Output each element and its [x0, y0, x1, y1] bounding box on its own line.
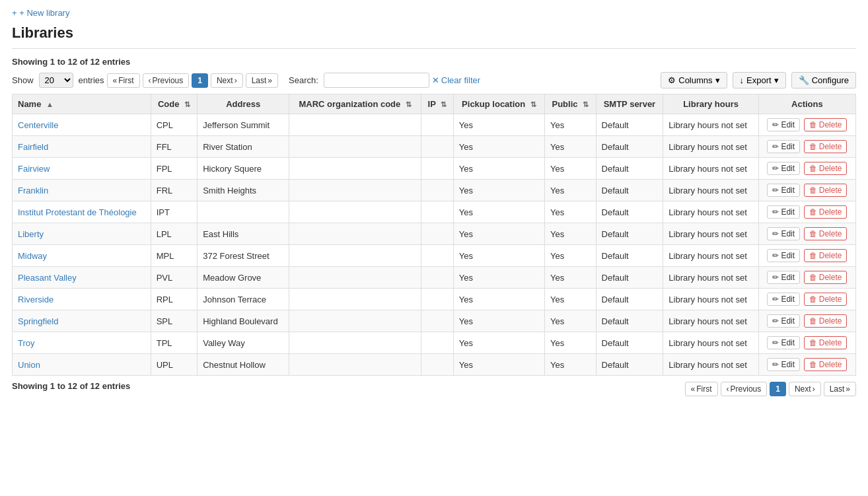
- download-icon: ↓: [740, 75, 744, 85]
- trash-icon-10: 🗑: [809, 338, 817, 347]
- delete-button-5[interactable]: 🗑 Delete: [804, 227, 848, 240]
- cell-pickup-10: Yes: [453, 332, 544, 354]
- cell-actions-0: ✏ Edit 🗑 Delete: [758, 114, 855, 136]
- cell-code-11: UPL: [151, 354, 197, 376]
- delete-button-8[interactable]: 🗑 Delete: [804, 293, 848, 306]
- pencil-icon-4: ✏: [772, 207, 779, 217]
- export-button[interactable]: ↓ Export ▾: [733, 72, 786, 89]
- cell-public-9: Yes: [545, 310, 596, 332]
- edit-button-6[interactable]: ✏ Edit: [767, 249, 800, 262]
- library-link-8[interactable]: Riverside: [18, 295, 54, 304]
- edit-button-8[interactable]: ✏ Edit: [767, 293, 800, 306]
- edit-button-1[interactable]: ✏ Edit: [767, 140, 800, 153]
- col-marc[interactable]: MARC organization code ⇅: [289, 94, 421, 114]
- edit-button-9[interactable]: ✏ Edit: [767, 314, 800, 328]
- first-button-bottom[interactable]: « First: [685, 382, 718, 396]
- edit-button-11[interactable]: ✏ Edit: [767, 358, 800, 371]
- cell-smtp-3: Default: [596, 180, 663, 201]
- next-button-top[interactable]: Next ›: [211, 73, 243, 88]
- cell-hours-8: Library hours not set: [663, 289, 758, 310]
- cell-address-0: Jefferson Summit: [198, 114, 289, 136]
- pencil-icon-1: ✏: [772, 142, 779, 151]
- edit-button-3[interactable]: ✏ Edit: [767, 184, 800, 197]
- new-library-link[interactable]: + + New library: [12, 8, 69, 18]
- cell-actions-11: ✏ Edit 🗑 Delete: [758, 354, 855, 376]
- delete-button-9[interactable]: 🗑 Delete: [804, 314, 848, 328]
- previous-button-top[interactable]: ‹ Previous: [143, 73, 190, 88]
- cell-public-4: Yes: [545, 201, 596, 223]
- cell-name-9: Springfield: [13, 310, 151, 332]
- library-link-5[interactable]: Liberty: [18, 229, 44, 239]
- cell-hours-11: Library hours not set: [663, 354, 758, 376]
- library-link-7[interactable]: Pleasant Valley: [18, 273, 77, 283]
- library-link-1[interactable]: Fairfield: [18, 142, 48, 152]
- col-ip[interactable]: IP ⇅: [421, 94, 454, 114]
- cell-name-0: Centerville: [13, 114, 151, 136]
- library-link-0[interactable]: Centerville: [18, 120, 58, 130]
- pencil-icon-3: ✏: [772, 186, 779, 195]
- page-1-button-top[interactable]: 1: [192, 73, 208, 88]
- cell-address-11: Chestnut Hollow: [198, 354, 289, 376]
- cell-smtp-1: Default: [596, 136, 663, 158]
- col-name[interactable]: Name ▲: [13, 94, 151, 114]
- clear-filter-button[interactable]: ✕ Clear filter: [432, 75, 480, 85]
- col-public[interactable]: Public ⇅: [545, 94, 596, 114]
- cell-actions-3: ✏ Edit 🗑 Delete: [758, 180, 855, 201]
- edit-button-4[interactable]: ✏ Edit: [767, 205, 800, 219]
- search-input[interactable]: [324, 73, 429, 88]
- cell-name-6: Midway: [13, 245, 151, 267]
- table-row: Union UPL Chestnut Hollow Yes Yes Defaul…: [13, 354, 856, 376]
- cell-address-9: Highland Boulevard: [198, 310, 289, 332]
- cell-ip-5: [421, 223, 454, 245]
- library-link-11[interactable]: Union: [18, 360, 40, 370]
- delete-button-6[interactable]: 🗑 Delete: [804, 249, 848, 262]
- last-button-top[interactable]: Last »: [246, 73, 278, 88]
- cell-hours-6: Library hours not set: [663, 245, 758, 267]
- next-button-bottom[interactable]: Next ›: [789, 382, 821, 396]
- last-button-bottom[interactable]: Last »: [824, 382, 856, 396]
- cell-actions-6: ✏ Edit 🗑 Delete: [758, 245, 855, 267]
- table-row: Fairfield FFL River Station Yes Yes Defa…: [13, 136, 856, 158]
- edit-button-5[interactable]: ✏ Edit: [767, 227, 800, 240]
- table-row: Riverside RPL Johnson Terrace Yes Yes De…: [13, 289, 856, 310]
- edit-button-0[interactable]: ✏ Edit: [767, 118, 800, 131]
- cell-code-1: FFL: [151, 136, 197, 158]
- configure-button[interactable]: 🔧 Configure: [791, 72, 856, 89]
- delete-button-2[interactable]: 🗑 Delete: [804, 162, 848, 175]
- cell-actions-10: ✏ Edit 🗑 Delete: [758, 332, 855, 354]
- col-code[interactable]: Code ⇅: [151, 94, 197, 114]
- library-link-9[interactable]: Springfield: [18, 316, 58, 326]
- edit-button-7[interactable]: ✏ Edit: [767, 271, 800, 284]
- delete-button-10[interactable]: 🗑 Delete: [804, 336, 848, 349]
- delete-button-11[interactable]: 🗑 Delete: [804, 358, 848, 371]
- library-link-10[interactable]: Troy: [18, 338, 35, 348]
- first-button-top[interactable]: « « First First: [107, 73, 140, 88]
- library-link-2[interactable]: Fairview: [18, 164, 50, 174]
- delete-button-1[interactable]: 🗑 Delete: [804, 140, 848, 153]
- cell-hours-0: Library hours not set: [663, 114, 758, 136]
- edit-button-10[interactable]: ✏ Edit: [767, 336, 800, 349]
- columns-button[interactable]: ⚙ Columns ▾: [661, 72, 727, 89]
- cell-pickup-6: Yes: [453, 245, 544, 267]
- edit-button-2[interactable]: ✏ Edit: [767, 162, 800, 175]
- cell-address-4: [198, 201, 289, 223]
- cell-marc-10: [289, 332, 421, 354]
- delete-button-4[interactable]: 🗑 Delete: [804, 205, 848, 219]
- previous-button-bottom[interactable]: ‹ Previous: [721, 382, 768, 396]
- library-link-3[interactable]: Franklin: [18, 186, 48, 195]
- page-1-button-bottom[interactable]: 1: [770, 382, 786, 396]
- cell-public-11: Yes: [545, 354, 596, 376]
- delete-button-3[interactable]: 🗑 Delete: [804, 184, 848, 197]
- pencil-icon-6: ✏: [772, 251, 779, 260]
- cell-smtp-8: Default: [596, 289, 663, 310]
- col-pickup[interactable]: Pickup location ⇅: [453, 94, 544, 114]
- cell-address-5: East Hills: [198, 223, 289, 245]
- delete-button-7[interactable]: 🗑 Delete: [804, 271, 848, 284]
- delete-button-0[interactable]: 🗑 Delete: [804, 118, 848, 131]
- show-select[interactable]: 10 20 50 100: [39, 73, 73, 88]
- library-link-6[interactable]: Midway: [18, 251, 47, 261]
- cell-ip-0: [421, 114, 454, 136]
- library-link-4[interactable]: Institut Protestant de Théologie: [18, 207, 137, 217]
- trash-icon-8: 🗑: [809, 295, 817, 304]
- cell-code-2: FPL: [151, 158, 197, 180]
